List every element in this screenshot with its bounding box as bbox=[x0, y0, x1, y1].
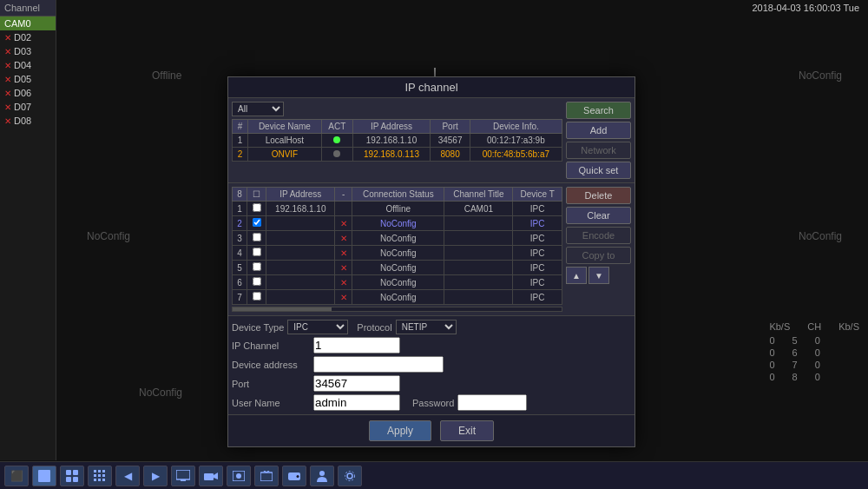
upper-col-port: Port bbox=[431, 120, 470, 134]
device-type-label: Device Type bbox=[232, 322, 284, 333]
device-type-select[interactable]: IPC DVR HVR bbox=[287, 320, 348, 334]
sidebar-item-d06[interactable]: ✕ D06 bbox=[0, 86, 56, 100]
lower-row1-check[interactable] bbox=[247, 202, 266, 216]
row3-checkbox[interactable] bbox=[253, 233, 261, 241]
ip-channel-input[interactable] bbox=[313, 337, 400, 354]
taskbar-fullscreen-btn[interactable]: ⬛ bbox=[4, 466, 29, 486]
search-button[interactable]: Search bbox=[566, 102, 631, 119]
svg-point-25 bbox=[319, 471, 325, 476]
row6-checkbox[interactable] bbox=[253, 277, 261, 286]
upper-row1-name: LocalHost bbox=[247, 134, 321, 148]
sidebar-item-d03[interactable]: ✕ D03 bbox=[0, 44, 56, 58]
lower-section: 8 ☐ IP Address - Connection Status Chann… bbox=[228, 182, 635, 315]
dialog-footer: Apply Exit bbox=[228, 414, 635, 446]
protocol-label: Protocol bbox=[357, 322, 391, 333]
port-label: Port bbox=[232, 379, 310, 389]
lower-row5-check[interactable] bbox=[247, 261, 266, 275]
taskbar-grid4-btn[interactable] bbox=[60, 466, 84, 486]
lower-table-row-2[interactable]: 2 ✕ NoConfig IPC bbox=[233, 216, 562, 231]
taskbar-photo-btn[interactable] bbox=[227, 466, 251, 486]
username-input[interactable] bbox=[313, 394, 400, 411]
row2-checkbox[interactable] bbox=[253, 218, 261, 227]
lower-row7-num: 7 bbox=[233, 290, 247, 305]
lower-scrollbar[interactable] bbox=[232, 307, 562, 312]
taskbar-grid1-btn[interactable] bbox=[32, 466, 56, 486]
network-button[interactable]: Network bbox=[566, 142, 631, 159]
d06-label: D06 bbox=[14, 88, 31, 98]
copyto-button[interactable]: Copy to bbox=[566, 247, 631, 264]
ip-channel-label: IP Channel bbox=[232, 340, 310, 351]
lower-row4-check[interactable] bbox=[247, 246, 266, 261]
lower-row7-title bbox=[444, 290, 513, 305]
svg-marker-17 bbox=[214, 472, 218, 479]
protocol-select[interactable]: NETIP ONVIF bbox=[396, 320, 457, 334]
taskbar-hdd-btn[interactable] bbox=[282, 466, 306, 486]
arrow-down-button[interactable]: ▼ bbox=[589, 267, 609, 284]
sidebar-item-d08[interactable]: ✕ D08 bbox=[0, 114, 56, 128]
device-address-input[interactable] bbox=[313, 356, 444, 373]
delete-button[interactable]: Delete bbox=[566, 187, 631, 204]
taskbar-tv-btn[interactable] bbox=[254, 466, 279, 486]
lower-row3-check[interactable] bbox=[247, 231, 266, 246]
taskbar-settings-btn[interactable] bbox=[338, 466, 362, 486]
taskbar-camera-btn[interactable] bbox=[199, 466, 223, 486]
add-button[interactable]: Add bbox=[566, 122, 631, 139]
clear-button[interactable]: Clear bbox=[566, 207, 631, 224]
svg-rect-1 bbox=[66, 470, 71, 475]
lower-row1-ip: 192.168.1.10 bbox=[266, 202, 335, 216]
svg-rect-5 bbox=[94, 470, 96, 472]
sidebar-item-cam0[interactable]: CAM0 bbox=[0, 17, 56, 30]
stats-row3-ch: 7 bbox=[792, 360, 798, 370]
row5-checkbox[interactable] bbox=[253, 262, 261, 271]
taskbar-monitor-btn[interactable] bbox=[171, 466, 195, 486]
lower-col-check: ☐ bbox=[247, 188, 266, 202]
d07-label: D07 bbox=[14, 102, 31, 112]
form-section: Device Type IPC DVR HVR Protocol NETIP O… bbox=[228, 315, 635, 414]
taskbar-grid9-btn[interactable] bbox=[88, 466, 112, 486]
lower-row2-check[interactable] bbox=[247, 216, 266, 231]
exit-button[interactable]: Exit bbox=[440, 420, 494, 441]
upper-row2-info: 00:fc:48:b5:6b:a7 bbox=[470, 148, 562, 162]
arrow-up-button[interactable]: ▲ bbox=[566, 267, 587, 284]
lower-table-row-1[interactable]: 1 192.168.1.10 Offline CAM01 IPC bbox=[233, 202, 562, 216]
lower-table-row-4[interactable]: 4 ✕ NoConfig IPC bbox=[233, 246, 562, 261]
encode-button[interactable]: Encode bbox=[566, 227, 631, 244]
upper-table-row-1[interactable]: 1 LocalHost 192.168.1.10 34567 00:12:17:… bbox=[233, 134, 562, 148]
svg-rect-16 bbox=[204, 473, 214, 480]
taskbar-user-btn[interactable] bbox=[310, 466, 334, 486]
stats-row3-kbs2: 0 bbox=[815, 360, 820, 370]
taskbar-next-btn[interactable]: ▶ bbox=[143, 466, 168, 486]
protocol-row: Protocol NETIP ONVIF bbox=[357, 320, 456, 334]
row1-checkbox[interactable] bbox=[253, 203, 261, 212]
filter-dropdown[interactable]: All IPC DVR bbox=[232, 102, 284, 116]
upper-table-row-2[interactable]: 2 ONVIF 192.168.0.113 8080 00:fc:48:b5:6… bbox=[233, 148, 562, 162]
sidebar-item-d07[interactable]: ✕ D07 bbox=[0, 100, 56, 114]
lower-table-row-7[interactable]: 7 ✕ NoConfig IPC bbox=[233, 290, 562, 305]
svg-rect-6 bbox=[98, 470, 101, 472]
port-input[interactable] bbox=[313, 375, 400, 392]
sidebar-item-d05[interactable]: ✕ D05 bbox=[0, 72, 56, 86]
username-label: User Name bbox=[232, 398, 310, 408]
lower-row6-check[interactable] bbox=[247, 275, 266, 290]
stats-kbs2-header: Kb/S bbox=[838, 321, 859, 332]
camera-icon bbox=[204, 471, 218, 481]
stats-row4-kbs2: 0 bbox=[815, 372, 820, 382]
quickset-button[interactable]: Quick set bbox=[566, 162, 631, 179]
lower-row7-check[interactable] bbox=[247, 290, 266, 305]
x-icon-d07: ✕ bbox=[4, 102, 11, 112]
sidebar-item-d02[interactable]: ✕ D02 bbox=[0, 30, 56, 44]
lower-col-type: Device T bbox=[513, 188, 562, 202]
row7-checkbox[interactable] bbox=[253, 292, 261, 301]
password-input[interactable] bbox=[457, 394, 527, 411]
lower-table-row-6[interactable]: 6 ✕ NoConfig IPC bbox=[233, 275, 562, 290]
lower-table-row-5[interactable]: 5 ✕ NoConfig IPC bbox=[233, 261, 562, 275]
lower-scrollbar-thumb[interactable] bbox=[233, 307, 332, 311]
row4-checkbox[interactable] bbox=[253, 248, 261, 256]
taskbar-prev-btn[interactable]: ◀ bbox=[115, 466, 140, 486]
upper-row1-num: 1 bbox=[233, 134, 248, 148]
sidebar-item-d04[interactable]: ✕ D04 bbox=[0, 58, 56, 72]
svg-point-19 bbox=[236, 473, 241, 479]
apply-button[interactable]: Apply bbox=[369, 420, 431, 441]
lower-row7-ip bbox=[266, 290, 335, 305]
lower-table-row-3[interactable]: 3 ✕ NoConfig IPC bbox=[233, 231, 562, 246]
